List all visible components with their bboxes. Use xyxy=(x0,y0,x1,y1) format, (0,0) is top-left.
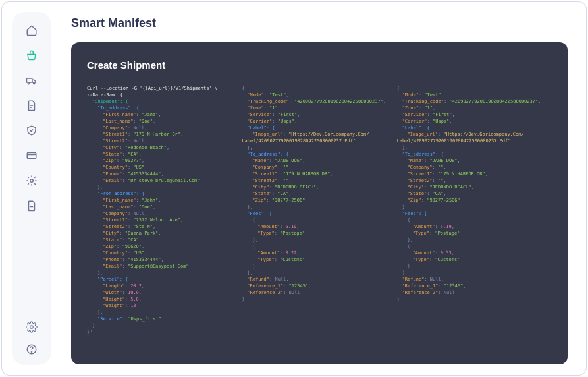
help-icon[interactable] xyxy=(25,343,38,356)
svg-point-2 xyxy=(34,82,35,84)
truck-icon[interactable] xyxy=(25,74,38,87)
code-columns: Curl --Location -G '{{Api_url}}/V1/Shipm… xyxy=(87,85,552,335)
code-col-request: Curl --Location -G '{{Api_url}}/V1/Shipm… xyxy=(87,85,242,335)
curl-cmd: Curl --Location -G '{{Api_url}}/V1/Shipm… xyxy=(87,86,217,91)
app-frame: Smart Manifest Create Shipment Curl --Lo… xyxy=(1,1,587,376)
settings-icon[interactable] xyxy=(25,320,38,334)
svg-point-7 xyxy=(31,351,32,352)
gear-icon[interactable] xyxy=(25,174,38,187)
code-col-response-1: { "Mode": "Test", "Tracking_code": "4209… xyxy=(242,85,396,335)
svg-point-1 xyxy=(28,82,29,84)
sidebar xyxy=(12,12,51,365)
page-title: Smart Manifest xyxy=(71,16,568,30)
home-icon[interactable] xyxy=(25,24,38,37)
panel-title: Create Shipment xyxy=(87,59,552,71)
to-addr-key: "To_address": { xyxy=(97,105,139,111)
shipment-key: "Shipment": { xyxy=(92,99,128,104)
document-icon[interactable] xyxy=(25,99,38,112)
file-icon[interactable] xyxy=(25,199,38,212)
code-panel: Create Shipment Curl --Location -G '{{Ap… xyxy=(71,42,568,364)
data-raw: --Data-Raw '{ xyxy=(87,92,123,98)
basket-icon[interactable] xyxy=(25,49,38,62)
main-content: Smart Manifest Create Shipment Curl --Lo… xyxy=(58,2,586,375)
code-col-response-2: { "Mode": "Test", "Tracking_code": "4209… xyxy=(397,85,552,335)
svg-point-4 xyxy=(30,179,34,183)
parcel-key: "Parcel": { xyxy=(97,277,128,282)
svg-point-5 xyxy=(30,326,34,329)
from-addr-key: "From_address": { xyxy=(97,191,145,196)
shield-icon[interactable] xyxy=(25,124,38,137)
svg-rect-0 xyxy=(27,78,32,82)
svg-rect-3 xyxy=(27,153,36,159)
card-icon[interactable] xyxy=(25,149,38,162)
